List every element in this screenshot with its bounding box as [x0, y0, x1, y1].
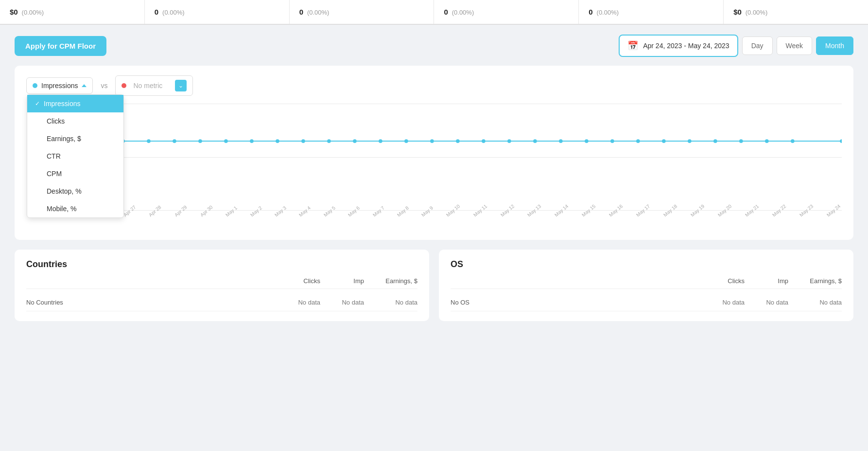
countries-col-clicks: Clicks: [277, 277, 320, 285]
dropdown-item-label: Impressions: [44, 100, 80, 108]
dropdown-item-label: Clicks: [47, 117, 65, 125]
svg-point-11: [301, 139, 305, 143]
svg-point-24: [636, 139, 640, 143]
countries-row-earnings: No data: [364, 299, 417, 306]
chart-controls: Impressions ✓ Impressions Clicks Earning…: [26, 75, 842, 96]
svg-point-25: [662, 139, 666, 143]
dropdown-item-earnings[interactable]: Earnings, $: [27, 130, 123, 147]
chevron-up-icon: [82, 84, 87, 87]
os-col-earnings: Earnings, $: [788, 277, 842, 285]
dropdown-item-label: Mobile, %: [47, 205, 76, 213]
os-row-imp: No data: [745, 299, 788, 306]
countries-table-header: Clicks Imp Earnings, $: [26, 277, 417, 289]
stat-card-0: $0 (0.00%): [0, 0, 145, 24]
metric1-dot: [33, 83, 37, 88]
os-panel: OS Clicks Imp Earnings, $ No OS No data …: [439, 250, 853, 321]
stat-value-3: 0: [444, 8, 448, 16]
stat-card-2: 0 (0.00%): [290, 0, 434, 24]
stat-card-5: $0 (0.00%): [724, 0, 868, 24]
bottom-panels: Countries Clicks Imp Earnings, $ No Coun…: [15, 250, 853, 321]
dropdown-item-label: Desktop, %: [47, 187, 82, 195]
checkmark-icon: ✓: [35, 100, 40, 107]
os-table-header: Clicks Imp Earnings, $: [451, 277, 842, 289]
svg-point-17: [456, 139, 460, 143]
countries-row-clicks: No data: [277, 299, 320, 306]
svg-point-18: [482, 139, 486, 143]
date-range-label: Apr 24, 2023 - May 24, 2023: [643, 42, 729, 50]
period-week-button[interactable]: Week: [777, 36, 813, 55]
svg-point-5: [147, 139, 151, 143]
svg-point-16: [430, 139, 434, 143]
dropdown-item-label: CTR: [47, 152, 61, 160]
svg-point-27: [713, 139, 717, 143]
period-month-button[interactable]: Month: [816, 36, 853, 55]
chevron-down-icon[interactable]: ⌄: [175, 80, 187, 91]
date-range-button[interactable]: 📅 Apr 24, 2023 - May 24, 2023: [619, 35, 738, 57]
vs-label: vs: [101, 82, 107, 90]
apply-cpm-floor-button[interactable]: Apply for CPM Floor: [15, 36, 106, 56]
countries-title: Countries: [26, 259, 417, 270]
svg-point-31: [840, 139, 842, 143]
metric2-dot: [122, 83, 126, 88]
svg-point-26: [688, 139, 692, 143]
dropdown-item-label: Earnings, $: [47, 135, 81, 143]
x-axis-labels: Apr 24 Apr 25 Apr 26 Apr 27 Apr 28 Apr 2…: [46, 211, 842, 230]
svg-point-28: [739, 139, 743, 143]
countries-panel: Countries Clicks Imp Earnings, $ No Coun…: [15, 250, 429, 321]
svg-point-30: [791, 139, 795, 143]
stat-value-1: 0: [155, 8, 158, 16]
svg-point-14: [379, 139, 382, 143]
dropdown-item-label: CPM: [47, 170, 62, 178]
stat-change-1: (0.00%): [162, 9, 185, 16]
svg-point-13: [353, 139, 357, 143]
metric1-label: Impressions: [41, 82, 78, 90]
svg-point-12: [327, 139, 331, 143]
stat-value-4: 0: [589, 8, 592, 16]
stat-change-3: (0.00%): [452, 9, 474, 16]
chart-area: -0.5 -1: [26, 104, 842, 230]
svg-point-9: [250, 139, 254, 143]
metric1-selector[interactable]: Impressions ✓ Impressions Clicks Earning…: [26, 77, 93, 94]
svg-point-7: [198, 139, 202, 143]
dropdown-item-impressions[interactable]: ✓ Impressions: [27, 95, 123, 112]
stat-card-4: 0 (0.00%): [579, 0, 724, 24]
chart-container: Impressions ✓ Impressions Clicks Earning…: [15, 66, 853, 240]
metric2-selector[interactable]: No metric ⌄: [115, 75, 193, 96]
stat-value-0: $0: [10, 8, 18, 16]
svg-point-19: [507, 139, 511, 143]
svg-point-21: [559, 139, 563, 143]
toolbar: Apply for CPM Floor 📅 Apr 24, 2023 - May…: [15, 35, 853, 57]
dropdown-item-cpm[interactable]: CPM: [27, 165, 123, 182]
os-row-label: No OS: [451, 299, 701, 306]
metric2-label: No metric: [133, 82, 171, 90]
dropdown-item-desktop[interactable]: Desktop, %: [27, 182, 123, 200]
stat-value-5: $0: [733, 8, 742, 16]
stat-change-0: (0.00%): [22, 9, 44, 16]
countries-no-data-row: No Countries No data No data No data: [26, 294, 417, 311]
main-content: Apply for CPM Floor 📅 Apr 24, 2023 - May…: [0, 25, 868, 331]
os-row-earnings: No data: [788, 299, 842, 306]
svg-point-10: [276, 139, 279, 143]
stat-card-1: 0 (0.00%): [145, 0, 290, 24]
stat-value-2: 0: [299, 8, 303, 16]
svg-point-23: [610, 139, 614, 143]
stat-change-4: (0.00%): [597, 9, 619, 16]
os-no-data-row: No OS No data No data No data: [451, 294, 842, 311]
dropdown-item-ctr[interactable]: CTR: [27, 147, 123, 165]
stat-change-2: (0.00%): [307, 9, 330, 16]
period-day-button[interactable]: Day: [742, 36, 773, 55]
calendar-icon: 📅: [627, 40, 638, 51]
chart-line-svg: [46, 104, 842, 207]
dropdown-item-mobile[interactable]: Mobile, %: [27, 200, 123, 217]
svg-point-6: [173, 139, 176, 143]
stat-card-3: 0 (0.00%): [434, 0, 579, 24]
stat-change-5: (0.00%): [746, 9, 768, 16]
svg-point-20: [533, 139, 537, 143]
countries-row-label: No Countries: [26, 299, 277, 306]
os-col-imp: Imp: [745, 277, 788, 285]
svg-point-22: [585, 139, 589, 143]
dropdown-item-clicks[interactable]: Clicks: [27, 112, 123, 130]
countries-row-imp: No data: [320, 299, 364, 306]
svg-point-29: [765, 139, 769, 143]
metric1-dropdown: ✓ Impressions Clicks Earnings, $ CTR: [27, 94, 124, 218]
